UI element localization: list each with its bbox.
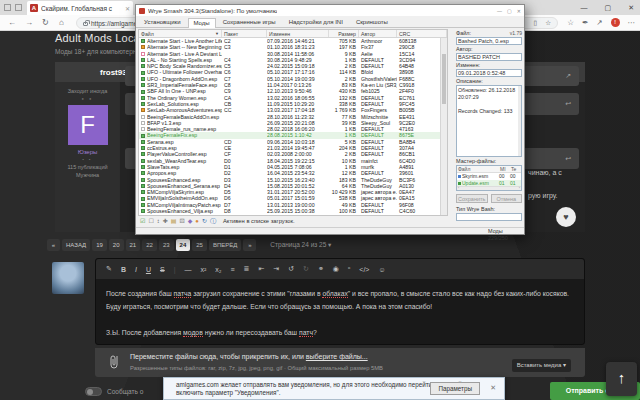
author-field[interactable]: BASHED PATCH [456, 53, 522, 61]
page-button-24[interactable]: 24 [176, 239, 191, 251]
undo-icon[interactable]: ↺ [288, 265, 294, 273]
mod-checkbox-checked-icon[interactable] [139, 208, 147, 214]
dot-icon[interactable]: ● [195, 216, 199, 226]
list-ol-icon[interactable]: ≣ [244, 265, 250, 273]
app-tab-Установщики[interactable]: Установщики [138, 17, 187, 27]
plus-icon[interactable]: ✚ [163, 216, 168, 226]
mods-table-header[interactable]: Файл▼ Пакет Изменен Размер Автор CRC [139, 30, 447, 38]
back-icon[interactable]: ← [8, 19, 16, 27]
reply-arrow-icon[interactable]: ↩ [565, 100, 571, 108]
indent-icon[interactable]: ⇥ [273, 265, 279, 273]
app-maximize-button[interactable]: ▢ [507, 8, 512, 14]
puzzle-icon[interactable]: ◆ [188, 216, 193, 226]
tab-preview-icon[interactable] [4, 4, 11, 11]
avatar[interactable]: F [68, 105, 108, 145]
revert-icon[interactable]: ↻ [202, 216, 207, 226]
list-ul-icon[interactable]: ≡ [231, 266, 235, 273]
page-prev-arrow[interactable]: « [47, 239, 60, 251]
scroll-right-icon[interactable]: › [519, 187, 520, 190]
master-row[interactable]: Skyrim.esm0000 [457, 173, 521, 180]
app-tab-Сохраненные игры[interactable]: Сохраненные игры [217, 17, 282, 27]
notification-settings-button[interactable]: Параметры [430, 382, 480, 395]
link-icon[interactable]: ⚭ [318, 265, 324, 273]
current-user-avatar[interactable] [52, 262, 84, 294]
page-prev-button[interactable]: НАЗАД [62, 239, 90, 251]
bold-icon[interactable]: B [121, 266, 126, 273]
outdent-icon[interactable]: ⇤ [258, 265, 264, 273]
page-next-arrow[interactable]: » [243, 239, 256, 251]
mod-unchecked-icon[interactable]: ☐ [148, 216, 153, 226]
editor-content[interactable]: После создания баш патча загрузил сохран… [96, 279, 584, 347]
app-titlebar[interactable]: Wrye Smash 304.3(Standalone): По умолчан… [136, 5, 524, 16]
forward-icon[interactable]: → [25, 19, 33, 27]
page-next-button[interactable]: ВПЕРЁД [209, 239, 241, 251]
attachment-area[interactable]: Переместите файлы сюда, чтобы прикрепить… [95, 348, 585, 377]
mod-checked-icon[interactable]: ☑ [140, 216, 145, 226]
page-button-22[interactable]: 22 [142, 239, 157, 251]
choose-files-link[interactable]: выберите файлы... [306, 353, 368, 360]
save-button[interactable]: Сохранить [456, 194, 488, 203]
superscript-icon[interactable]: x² [200, 266, 206, 273]
hr-icon[interactable]: — [184, 266, 191, 273]
adblock-extension-icon[interactable]: ! [611, 18, 620, 27]
reading-view-icon[interactable]: ▯ [534, 19, 538, 27]
redo-icon[interactable]: ↻ [303, 265, 309, 273]
file-name-field[interactable]: Bashed Patch, 0.esp [456, 37, 522, 45]
favorites-icon[interactable]: ☆ [567, 18, 574, 27]
like-heart-button[interactable]: ♥ [556, 207, 576, 227]
table-scrollbar[interactable] [440, 38, 447, 215]
quote-icon[interactable]: “ [348, 266, 350, 273]
app-minimize-button[interactable]: — [497, 8, 502, 14]
home-icon[interactable]: ⌂ [59, 19, 64, 27]
info-icon[interactable]: ⓘ [210, 216, 216, 226]
page-button-19[interactable]: 19 [92, 239, 107, 251]
description-scrollbar[interactable] [518, 86, 521, 156]
strikethrough-icon[interactable]: S [160, 266, 165, 273]
table-row[interactable]: SpousesEnhanced_Vilja.espD825.09.2015 15… [139, 208, 447, 214]
description-field[interactable]: Обновлено: 26.12.201820:07:29Records Cha… [456, 85, 522, 157]
bash-type-field[interactable] [456, 213, 522, 221]
tabs-aside-icon[interactable] [15, 4, 22, 11]
share-icon[interactable]: ↗ [596, 18, 602, 27]
window-minimize-button[interactable]: — [581, 4, 588, 11]
folder-icon[interactable]: ▤ [171, 216, 177, 226]
app-tab-Надстройки для INI[interactable]: Надстройки для INI [283, 17, 349, 27]
page-select[interactable]: Страница 24 из 25 ▾ [270, 241, 331, 249]
app-tab-Скриншоты[interactable]: Скриншоты [350, 17, 394, 27]
app-close-button[interactable]: ✕ [517, 8, 521, 14]
page-button-23[interactable]: 23 [159, 239, 174, 251]
underline-icon[interactable]: U [146, 266, 151, 273]
modified-field[interactable]: 09.01.2018 0:52:48 [456, 69, 522, 77]
reply-arrow-icon[interactable]: ↩ [565, 155, 571, 163]
code-icon[interactable]: </> [359, 266, 369, 273]
tab-close-icon[interactable]: ✕ [125, 5, 130, 12]
remove-format-icon[interactable]: ✎ [106, 265, 112, 273]
window-close-button[interactable]: ✕ [628, 4, 634, 12]
page-button-20[interactable]: 20 [109, 239, 124, 251]
scroll-to-top-button[interactable]: ↑ [606, 362, 637, 396]
app-tab-Моды[interactable]: Моды [188, 18, 216, 28]
more-menu-icon[interactable]: ⋯ [628, 18, 636, 27]
scrollbar-thumb[interactable] [442, 54, 446, 104]
updown-icon[interactable]: ↕ [157, 216, 160, 226]
browser-tab[interactable]: A Скайрим. Глобальная с ✕ [27, 1, 133, 15]
scroll-left-icon[interactable]: ‹ [458, 187, 459, 190]
insert-media-button[interactable]: Вставить медиа ▾ [512, 359, 571, 372]
window-maximize-button[interactable]: ▢ [605, 4, 612, 12]
notification-close-icon[interactable]: ✕ [490, 384, 496, 392]
dice-icon[interactable]: ⚄ [179, 216, 184, 226]
reply-editor[interactable]: ✎BIUS|—x²x₂≡≣⇤⇥↺↻⚭◉“</>☺ После создания … [95, 258, 585, 345]
masters-hscrollbar[interactable]: ‹ › [457, 186, 521, 190]
notify-toggle[interactable] [85, 387, 102, 396]
subscript-icon[interactable]: x₂ [215, 266, 221, 273]
italic-icon[interactable]: I [135, 266, 137, 273]
preview-icon[interactable]: ◉ [333, 265, 339, 273]
share-icon[interactable]: ↗ [565, 72, 571, 80]
cancel-button[interactable]: Отмена [491, 194, 523, 203]
favorite-star-icon[interactable]: ☆ [545, 19, 551, 27]
page-button-21[interactable]: 21 [126, 239, 141, 251]
pen-extension-icon[interactable]: ✒ [582, 18, 588, 27]
post-author-link[interactable]: frost93 [100, 68, 127, 77]
masters-table[interactable]: ФайлMITe Skyrim.esm0000Update.esm0101 ‹ … [456, 165, 522, 191]
refresh-icon[interactable]: ↻ [42, 19, 49, 27]
